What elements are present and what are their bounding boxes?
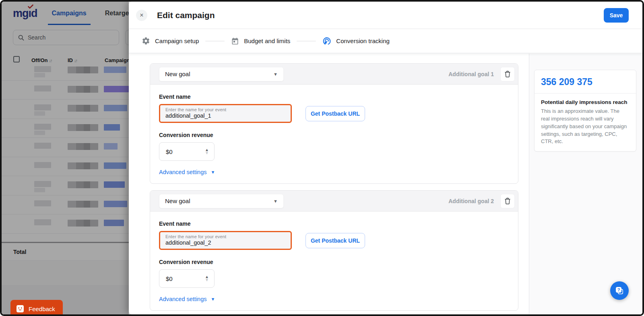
step-campaign-setup[interactable]: Campaign setup: [142, 37, 199, 45]
feedback-smiley-icon: [16, 305, 24, 313]
conversion-revenue-stepper[interactable]: $0 ▲▼: [159, 269, 215, 288]
feedback-button[interactable]: Feedback: [10, 300, 63, 316]
event-name-value: additional_goal_2: [165, 239, 285, 246]
svg-text:?: ?: [617, 287, 620, 292]
impressions-reach-description: This is an approximate value. The real i…: [535, 105, 636, 151]
goal-select-value: New goal: [165, 71, 190, 77]
goal-card-body: Event name Enter the name for your event…: [150, 85, 518, 183]
impressions-reach-card: 356 209 375 Potential daily impressions …: [534, 70, 636, 152]
calendar-icon: [231, 37, 239, 45]
delete-goal-button[interactable]: [500, 194, 515, 208]
get-postback-url-button[interactable]: Get Postback URL: [305, 106, 365, 121]
event-name-floating-label: Enter the name for your event: [165, 234, 285, 239]
event-name-label: Event name: [159, 220, 509, 227]
stepper-down-icon[interactable]: ▼: [205, 279, 209, 282]
step-connector: [297, 41, 316, 42]
step-label: Campaign setup: [155, 37, 199, 44]
chevron-down-icon: ▼: [211, 297, 215, 301]
save-button[interactable]: Save: [604, 8, 629, 23]
goal-type-select[interactable]: New goal ▼: [159, 67, 284, 81]
modal-header: × Edit campaign Save: [129, 2, 642, 29]
modal-title: Edit campaign: [157, 10, 215, 20]
reach-sidebar: 356 209 375 Potential daily impressions …: [529, 54, 642, 314]
feedback-label: Feedback: [29, 306, 55, 312]
event-name-floating-label: Enter the name for your event: [165, 107, 285, 112]
impressions-reach-title: Potential daily impressions reach: [535, 94, 636, 105]
goal-select-value: New goal: [165, 198, 190, 204]
event-name-label: Event name: [159, 94, 509, 100]
modal-backdrop[interactable]: [2, 2, 129, 314]
impressions-reach-value: 356 209 375: [535, 70, 636, 94]
trash-icon: [504, 71, 511, 77]
edit-campaign-modal: × Edit campaign Save Campaign setup Budg…: [129, 2, 642, 314]
conversion-revenue-stepper[interactable]: $0 ▲▼: [159, 142, 215, 161]
goals-section: New goal ▼ Additional goal 1 Event name …: [129, 54, 529, 314]
close-button[interactable]: ×: [136, 10, 147, 21]
gear-icon: [142, 37, 150, 45]
event-name-input[interactable]: Enter the name for your event additional…: [159, 231, 292, 250]
help-chat-icon: ?: [614, 285, 625, 296]
event-name-value: additional_goal_1: [165, 112, 285, 119]
step-conversion-tracking[interactable]: Conversion tracking: [322, 37, 390, 46]
advanced-settings-label: Advanced settings: [159, 296, 207, 302]
stepper-down-icon[interactable]: ▼: [205, 152, 209, 155]
additional-goal-card-1: New goal ▼ Additional goal 1 Event name …: [150, 63, 518, 184]
get-postback-url-button[interactable]: Get Postback URL: [305, 233, 365, 248]
goal-badge: Additional goal 1: [448, 71, 494, 77]
revenue-value: $0: [166, 275, 173, 282]
goal-type-select[interactable]: New goal ▼: [159, 194, 284, 208]
wizard-steps: Campaign setup Budget and limits Convers…: [129, 29, 642, 53]
event-name-input[interactable]: Enter the name for your event additional…: [159, 104, 292, 123]
goal-card-header: New goal ▼ Additional goal 2: [150, 191, 518, 212]
help-button[interactable]: ?: [610, 281, 629, 300]
advanced-settings-link[interactable]: Advanced settings ▼: [159, 169, 509, 175]
additional-goal-card-2: New goal ▼ Additional goal 2 Event name …: [150, 190, 518, 311]
trash-icon: [504, 198, 511, 204]
step-label: Conversion tracking: [336, 37, 390, 44]
goal-card-header: New goal ▼ Additional goal 1: [150, 64, 518, 85]
chevron-down-icon: ▼: [211, 170, 215, 175]
advanced-settings-label: Advanced settings: [159, 169, 207, 175]
step-budget-limits[interactable]: Budget and limits: [231, 37, 290, 45]
advanced-settings-link[interactable]: Advanced settings ▼: [159, 296, 509, 302]
delete-goal-button[interactable]: [500, 67, 515, 81]
revenue-value: $0: [166, 148, 173, 155]
step-connector: [205, 41, 225, 42]
goal-card-body: Event name Enter the name for your event…: [150, 212, 518, 310]
step-label: Budget and limits: [244, 37, 290, 44]
conversion-tracking-icon: [322, 37, 331, 46]
app-window: mgıd Campaigns Retargeting Search Off/On…: [0, 0, 644, 316]
goal-badge: Additional goal 2: [448, 198, 494, 204]
conversion-revenue-label: Conversion revenue: [159, 132, 509, 138]
chevron-down-icon: ▼: [273, 199, 278, 204]
conversion-revenue-label: Conversion revenue: [159, 259, 509, 265]
chevron-down-icon: ▼: [273, 72, 278, 77]
modal-body: New goal ▼ Additional goal 1 Event name …: [129, 54, 642, 314]
close-icon: ×: [140, 12, 143, 19]
